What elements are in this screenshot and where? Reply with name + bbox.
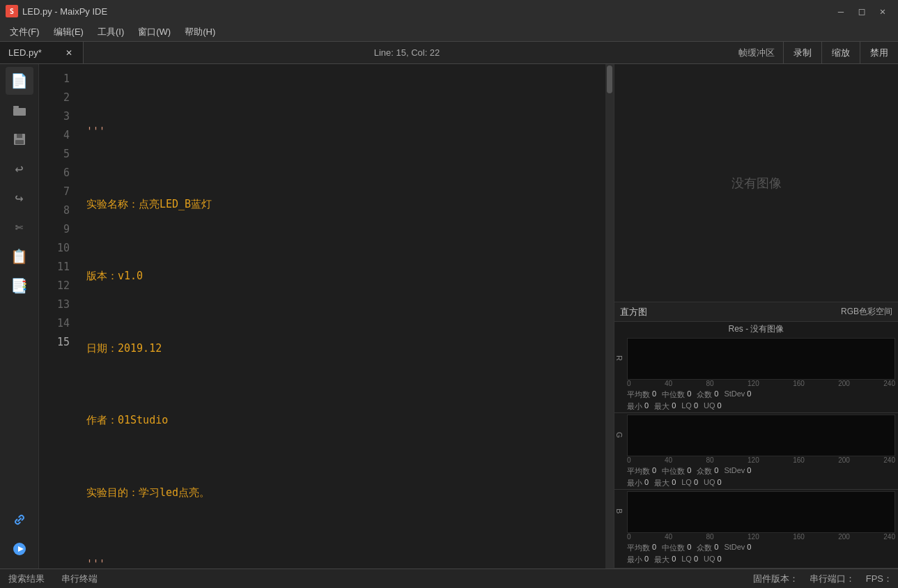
sidebar-save-icon[interactable] — [6, 125, 33, 153]
line-num-8: 8 — [39, 201, 70, 220]
disable-button[interactable]: 禁用 — [860, 42, 898, 63]
menu-tools[interactable]: 工具(I) — [91, 24, 131, 40]
line-num-6: 6 — [39, 164, 70, 183]
scrollbar-thumb[interactable] — [607, 65, 612, 93]
cursor-position: Line: 15, Col: 22 — [84, 42, 730, 63]
sidebar-run-icon[interactable] — [6, 535, 33, 563]
sidebar-paste-icon[interactable]: 📑 — [6, 272, 33, 300]
line-num-7: 7 — [39, 183, 70, 201]
sidebar-copy-icon[interactable]: 📋 — [6, 242, 33, 270]
menu-help[interactable]: 帮助(H) — [178, 24, 222, 40]
channel-g-block: G 04080120160200240 平均数0 中位数0 众数0 StDev0… — [614, 413, 898, 490]
line-num-14: 14 — [39, 314, 70, 333]
tab-label: LED.py* — [8, 47, 59, 58]
histogram-res-label: Res - 没有图像 — [614, 322, 898, 336]
histogram-panel: 直方图 RGB色彩空间 Res - 没有图像 R 040801201602002… — [614, 302, 898, 568]
titlebar-left: S LED.py - MaixPy IDE — [6, 5, 107, 17]
svg-rect-0 — [13, 106, 19, 108]
main-area: 📄 ↩ ↪ ✄ 📋 📑 — [0, 64, 898, 568]
code-line-7: ''' — [86, 556, 597, 569]
line-numbers: 1 2 3 4 5 6 7 8 9 10 11 12 13 14 15 — [39, 64, 78, 568]
code-editor[interactable]: ''' 实验名称：点亮LED_B蓝灯 版本：v1.0 日期：2019.12 作者… — [78, 64, 605, 568]
histogram-title: 直方图 — [620, 306, 647, 318]
sidebar-link-icon[interactable] — [6, 506, 33, 534]
channel-r-letter: R — [614, 336, 624, 380]
channel-r-block: R 04080120160200240 平均数0 中位数0 众数0 StDev0… — [614, 336, 898, 413]
search-results-tab[interactable]: 搜索结果 — [6, 571, 47, 587]
right-panel: 没有图像 直方图 RGB色彩空间 Res - 没有图像 R 0408012016… — [614, 64, 898, 568]
channel-g-stats1: 平均数0 中位数0 众数0 StDev0 — [614, 465, 898, 477]
channel-r-stats2: 最小0 最大0 LQ0 UQ0 — [614, 401, 898, 412]
channel-b-block: B 04080120160200240 平均数0 中位数0 众数0 StDev0… — [614, 490, 898, 568]
code-line-4: 日期：2019.12 — [86, 339, 597, 358]
bottombar: 搜索结果 串行终端 固件版本： 串行端口： FPS： — [0, 568, 898, 588]
sidebar-undo-icon[interactable]: ↩ — [6, 155, 33, 183]
tabbar: LED.py* ✕ Line: 15, Col: 22 帧缓冲区 录制 缩放 禁… — [0, 42, 898, 64]
window-controls[interactable]: — □ ✕ — [831, 3, 892, 19]
channel-r-stats1: 平均数0 中位数0 众数0 StDev0 — [614, 389, 898, 401]
sidebar: 📄 ↩ ↪ ✄ 📋 📑 — [0, 64, 39, 568]
sidebar-cut-icon[interactable]: ✄ — [6, 213, 33, 241]
histogram-header: 直方图 RGB色彩空间 — [614, 302, 898, 322]
image-preview-area: 没有图像 — [614, 64, 898, 302]
serial-terminal-tab[interactable]: 串行终端 — [59, 571, 100, 587]
menu-file[interactable]: 文件(F) — [3, 24, 47, 40]
no-image-display: 没有图像 — [614, 64, 898, 302]
channel-b-axis: 04080120160200240 — [614, 533, 898, 542]
line-num-4: 4 — [39, 126, 70, 145]
maximize-button[interactable]: □ — [852, 3, 872, 19]
fps-label: FPS： — [866, 573, 892, 585]
channel-r-row: R — [614, 336, 898, 380]
no-image-text: 没有图像 — [731, 175, 782, 192]
firmware-version-label: 固件版本： — [753, 573, 798, 585]
zoom-button[interactable]: 缩放 — [821, 42, 860, 63]
tab-close-icon[interactable]: ✕ — [63, 47, 75, 59]
channel-r-chart — [627, 338, 895, 380]
sidebar-redo-icon[interactable]: ↪ — [6, 184, 33, 212]
channel-g-axis: 04080120160200240 — [614, 456, 898, 465]
line-num-12: 12 — [39, 277, 70, 295]
menu-edit[interactable]: 编辑(E) — [47, 24, 91, 40]
code-line-1: ''' — [86, 123, 597, 142]
sidebar-open-icon[interactable] — [6, 96, 33, 124]
line-num-5: 5 — [39, 145, 70, 164]
record-button[interactable]: 录制 — [783, 42, 821, 63]
editor-area[interactable]: 1 2 3 4 5 6 7 8 9 10 11 12 13 14 15 ''' — [39, 64, 614, 568]
code-token: ''' — [86, 123, 105, 141]
editor-scrollbar[interactable] — [605, 64, 614, 568]
channel-g-stats2: 最小0 最大0 LQ0 UQ0 — [614, 477, 898, 489]
code-token: 实验目的：学习led点亮。 — [86, 484, 210, 502]
svg-rect-4 — [15, 140, 24, 144]
app-icon: S — [6, 5, 18, 17]
channel-b-row: B — [614, 490, 898, 533]
line-num-11: 11 — [39, 258, 70, 277]
code-line-6: 实验目的：学习led点亮。 — [86, 483, 597, 502]
menubar: 文件(F) 编辑(E) 工具(I) 窗口(W) 帮助(H) — [0, 22, 898, 42]
line-num-9: 9 — [39, 220, 70, 239]
menu-window[interactable]: 窗口(W) — [131, 24, 178, 40]
svg-rect-1 — [13, 108, 26, 116]
line-num-3: 3 — [39, 107, 70, 126]
channel-b-letter: B — [614, 490, 624, 533]
status-bar-right: 固件版本： 串行端口： FPS： — [753, 573, 892, 585]
panel-label: 帧缓冲区 — [730, 42, 783, 63]
channel-b-chart — [627, 491, 895, 533]
channel-g-chart — [627, 415, 895, 456]
sidebar-new-file-icon[interactable]: 📄 — [6, 67, 33, 95]
close-button[interactable]: ✕ — [873, 3, 892, 19]
serial-port-label: 串行端口： — [810, 573, 855, 585]
color-space-selector[interactable]: RGB色彩空间 — [841, 306, 892, 318]
code-token: 作者：01Studio — [86, 412, 168, 430]
channel-r-axis: 04080120160200240 — [614, 380, 898, 389]
code-token: ''' — [86, 556, 105, 568]
code-line-5: 作者：01Studio — [86, 412, 597, 431]
line-num-13: 13 — [39, 295, 70, 314]
titlebar: S LED.py - MaixPy IDE — □ ✕ — [0, 0, 898, 22]
code-container[interactable]: 1 2 3 4 5 6 7 8 9 10 11 12 13 14 15 ''' — [39, 64, 614, 568]
svg-rect-3 — [17, 134, 22, 138]
active-tab[interactable]: LED.py* ✕ — [0, 42, 84, 63]
channel-b-stats1: 平均数0 中位数0 众数0 StDev0 — [614, 542, 898, 554]
minimize-button[interactable]: — — [831, 3, 851, 19]
line-num-1: 1 — [39, 70, 70, 88]
code-token: 实验名称：点亮LED_B蓝灯 — [86, 196, 212, 214]
